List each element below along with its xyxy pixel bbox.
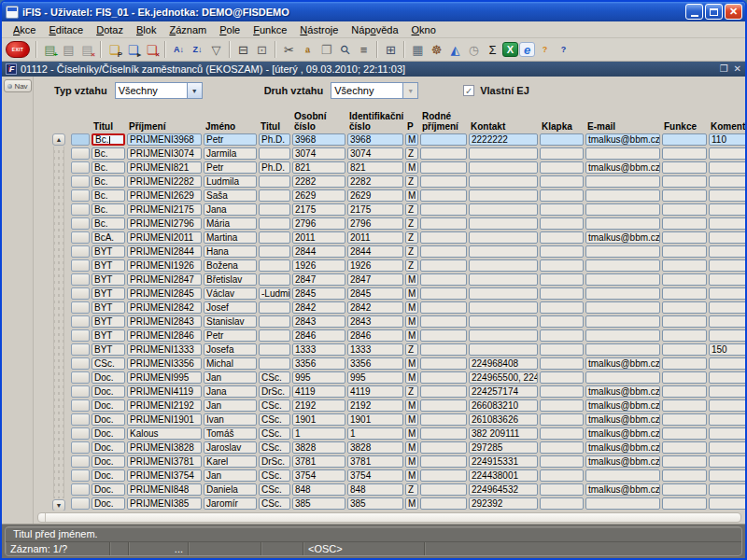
row-selector[interactable] [71,427,90,440]
print-setup-icon[interactable]: ⊡ [253,41,271,59]
table-cell[interactable] [420,329,467,342]
table-cell[interactable]: 4119 [292,385,345,398]
table-cell[interactable] [469,259,538,272]
table-cell[interactable] [709,175,745,188]
table-cell[interactable] [709,189,745,202]
table-cell[interactable] [585,203,660,216]
list-values-icon[interactable]: ≡ [355,41,373,59]
table-cell[interactable]: tmalkus@bbm.cz [585,133,660,146]
table-cell[interactable]: PRIJMENI3781 [127,455,202,468]
table-cell[interactable] [540,329,584,342]
table-cell[interactable] [259,203,290,216]
table-cell[interactable]: 224968408 [469,357,538,370]
table-cell[interactable]: 3074 [347,147,403,160]
table-cell[interactable] [420,203,467,216]
table-cell[interactable] [585,301,660,314]
table-cell[interactable]: 224257174 [469,385,538,398]
table-cell[interactable] [259,301,290,314]
table-cell[interactable]: CSc. [259,399,290,412]
table-cell[interactable]: 1926 [347,259,403,272]
vertical-scrollbar[interactable]: ▲ ▼ [52,133,65,511]
table-cell[interactable] [540,231,584,244]
table-cell[interactable] [662,497,707,510]
paste-icon[interactable]: a̲ [299,41,317,59]
table-cell[interactable] [662,287,707,300]
table-cell[interactable] [540,357,584,370]
table-cell[interactable]: 2192 [292,399,345,412]
table-cell[interactable]: M [405,273,418,286]
table-cell[interactable] [469,301,538,314]
print-icon[interactable]: ⊟ [234,41,252,59]
table-cell[interactable] [540,483,584,496]
table-cell[interactable]: BYT [92,329,125,342]
table-cell[interactable] [259,189,290,202]
table-cell[interactable]: DrSc. [259,455,290,468]
table-cell[interactable]: Ph.D. [259,161,290,174]
table-cell[interactable] [662,371,707,384]
table-cell[interactable] [469,315,538,328]
table-cell[interactable]: BYT [92,301,125,314]
table-cell[interactable] [469,189,538,202]
table-cell[interactable]: 224915331 [469,455,538,468]
table-cell[interactable] [259,315,290,328]
table-cell[interactable] [540,189,584,202]
table-cell[interactable]: PRIJMENI2844 [127,245,202,258]
table-cell[interactable]: PRIJMENI2843 [127,315,202,328]
table-cell[interactable]: Z [405,217,418,230]
table-cell[interactable] [662,413,707,426]
table-cell[interactable] [709,203,745,216]
table-cell[interactable] [420,371,467,384]
row-selector[interactable] [71,371,90,384]
table-cell[interactable]: Břetislav [204,273,257,286]
table-cell[interactable]: 995 [347,371,403,384]
table-cell[interactable]: PRIJMENI2192 [127,399,202,412]
table-cell[interactable] [420,315,467,328]
table-cell[interactable]: Bc. [92,147,125,160]
table-cell[interactable]: PRIJMENI2796 [127,217,202,230]
table-cell[interactable]: Z [405,203,418,216]
table-cell[interactable]: tmalkus@bbm.cz [585,455,660,468]
row-selector[interactable] [71,287,90,300]
table-cell[interactable]: PRIJMENI3828 [127,441,202,454]
table-cell[interactable] [662,399,707,412]
table-cell[interactable]: Jaromír [204,497,257,510]
row-selector[interactable] [71,441,90,454]
table-cell[interactable] [259,343,290,356]
table-cell[interactable]: PRIJMENI2842 [127,301,202,314]
table-cell[interactable] [585,329,660,342]
table-cell[interactable]: 4119 [347,385,403,398]
table-cell[interactable]: 848 [292,483,345,496]
table-cell[interactable]: Doc. [92,483,125,496]
row-selector[interactable] [71,175,90,188]
table-cell[interactable]: Z [405,483,418,496]
table-cell[interactable]: Hana [204,245,257,258]
table-cell[interactable] [420,357,467,370]
table-cell[interactable] [469,231,538,244]
table-cell[interactable] [709,483,745,496]
table-cell[interactable]: PRIJMENI4119 [127,385,202,398]
table-cell[interactable] [662,203,707,216]
table-cell[interactable]: PRIJMENI2847 [127,273,202,286]
table-cell[interactable]: PRIJMENI3968 [127,133,202,146]
table-cell[interactable]: 3754 [347,469,403,482]
menu-item-záznam[interactable]: Záznam [163,23,212,36]
help-icon[interactable]: ? [555,41,572,59]
table-cell[interactable] [540,147,584,160]
table-cell[interactable]: BYT [92,343,125,356]
browser-icon[interactable]: e [519,42,535,57]
table-cell[interactable] [420,189,467,202]
table-cell[interactable]: CSc. [92,357,125,370]
table-cell[interactable]: 2843 [347,315,403,328]
table-cell[interactable]: Mária [204,217,257,230]
table-cell[interactable]: 1 [292,427,345,440]
table-cell[interactable] [259,273,290,286]
table-cell[interactable]: 821 [347,161,403,174]
table-cell[interactable]: M [405,441,418,454]
menu-item-nápověda[interactable]: Nápověda [345,23,403,36]
table-cell[interactable]: Bc. [92,175,125,188]
table-cell[interactable]: 3356 [347,357,403,370]
table-cell[interactable] [540,259,584,272]
table-cell[interactable] [469,287,538,300]
horizontal-scrollbar[interactable] [37,512,741,523]
table-cell[interactable]: 110 [709,133,745,146]
